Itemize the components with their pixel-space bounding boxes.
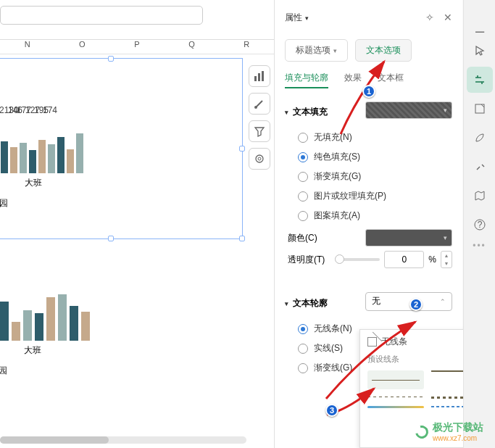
more-icon[interactable]: ••• <box>464 241 495 251</box>
annotation-badge-1: 1 <box>362 85 375 98</box>
gear-icon[interactable] <box>249 148 270 170</box>
scroll-thumb[interactable] <box>0 436 109 444</box>
tools-icon[interactable] <box>467 154 493 180</box>
formula-bar[interactable] <box>0 6 203 25</box>
label-color: 颜色(C) <box>288 232 317 244</box>
panel-title: 属性 ▾ <box>285 11 309 24</box>
opacity-stepper[interactable]: ▲▼ <box>441 251 452 268</box>
resize-handle-br[interactable] <box>239 236 245 241</box>
radio-gradient-fill[interactable]: 渐变填充(G) <box>298 170 452 183</box>
horizontal-scrollbar[interactable] <box>0 436 246 444</box>
chart-2[interactable]: 大班 幼儿园 <box>0 254 94 399</box>
filter-icon[interactable] <box>249 120 270 142</box>
chart-selected[interactable]: 2130146177127195174 大班 幼儿园 <box>0 58 243 239</box>
fill-swatch[interactable]: ▾ <box>365 101 452 119</box>
annotation-badge-3: 3 <box>325 404 338 417</box>
outline-dropdown[interactable]: 无⌃ <box>365 292 452 311</box>
svg-text:?: ? <box>477 220 482 230</box>
svg-point-4 <box>256 155 263 162</box>
opacity-slider[interactable] <box>336 258 380 261</box>
right-rail: – ? ••• <box>463 0 495 448</box>
x-school: 幼儿园 <box>0 197 8 210</box>
svg-rect-2 <box>262 71 264 81</box>
map-icon[interactable] <box>467 183 493 209</box>
col-N[interactable]: N <box>0 40 55 54</box>
opacity-unit: % <box>428 254 436 265</box>
col-R[interactable]: R <box>219 40 274 54</box>
subtab-effect[interactable]: 效果 <box>344 72 362 88</box>
watermark: 极光下载站 www.xz7.com <box>415 421 483 442</box>
chart-type-icon[interactable] <box>249 65 270 87</box>
radio-solid-fill[interactable]: 纯色填充(S) <box>298 151 452 163</box>
data-labels: 2130146177127195174 <box>0 105 51 115</box>
watermark-logo-icon <box>413 423 431 441</box>
radio-picture-fill[interactable]: 图片或纹理填充(P) <box>298 190 452 202</box>
formula-bar-area <box>0 0 274 40</box>
radio-pattern-fill[interactable]: 图案填充(A) <box>298 210 452 222</box>
col-O[interactable]: O <box>55 40 110 54</box>
brush-icon[interactable] <box>249 93 270 115</box>
tab-text-options[interactable]: 文本选项 <box>355 39 412 62</box>
bar-group-2 <box>0 294 90 341</box>
x-category: 大班 <box>25 177 42 189</box>
section-text-fill[interactable]: 文本填充 <box>293 106 328 118</box>
x-category-2: 大班 <box>24 344 41 357</box>
annotation-badge-2: 2 <box>409 298 423 311</box>
resize-handle-top[interactable] <box>108 56 114 62</box>
svg-rect-0 <box>254 76 257 81</box>
svg-point-5 <box>258 157 261 160</box>
label-opacity: 透明度(T) <box>288 254 325 266</box>
help-icon[interactable]: ? <box>467 212 493 238</box>
subtab-fill-outline[interactable]: 填充与轮廓 <box>285 72 328 88</box>
column-headers[interactable]: N O P Q R <box>0 40 274 54</box>
line-preset-dash-thin[interactable] <box>367 397 424 397</box>
col-P[interactable]: P <box>109 40 165 54</box>
radio-no-fill[interactable]: 无填充(N) <box>298 131 452 144</box>
opacity-value[interactable]: 0 <box>384 251 424 268</box>
section-text-outline[interactable]: 文本轮廓 <box>293 297 328 310</box>
settings-icon[interactable] <box>467 67 493 93</box>
line-preset-thin-solid[interactable] <box>367 370 424 389</box>
select-icon[interactable] <box>467 38 493 64</box>
subtab-textbox[interactable]: 文本框 <box>378 72 404 88</box>
leaf-icon[interactable] <box>467 125 493 151</box>
color-picker[interactable]: ▾ <box>365 229 452 246</box>
x-school-2: 幼儿园 <box>0 365 7 377</box>
collapse-icon[interactable]: – <box>464 22 495 41</box>
resize-handle-right[interactable] <box>239 146 245 152</box>
tab-title-options[interactable]: 标题选项▾ <box>285 39 348 62</box>
line-preset-gradient[interactable] <box>367 406 424 408</box>
watermark-url: www.xz7.com <box>433 434 483 442</box>
worksheet-area: N O P Q R 2130146177127195174 大班 幼儿园 大班 … <box>0 0 274 448</box>
col-Q[interactable]: Q <box>165 40 220 54</box>
svg-rect-1 <box>258 73 260 81</box>
chart-tools <box>249 65 273 175</box>
watermark-name: 极光下载站 <box>433 421 483 433</box>
pin-icon[interactable]: ✧ <box>425 12 434 23</box>
svg-point-3 <box>254 106 257 109</box>
bar-group-1[interactable] <box>1 133 83 173</box>
resize-handle-bottom[interactable] <box>108 236 114 241</box>
share-icon[interactable] <box>467 96 493 122</box>
close-icon[interactable]: ✕ <box>444 12 452 23</box>
